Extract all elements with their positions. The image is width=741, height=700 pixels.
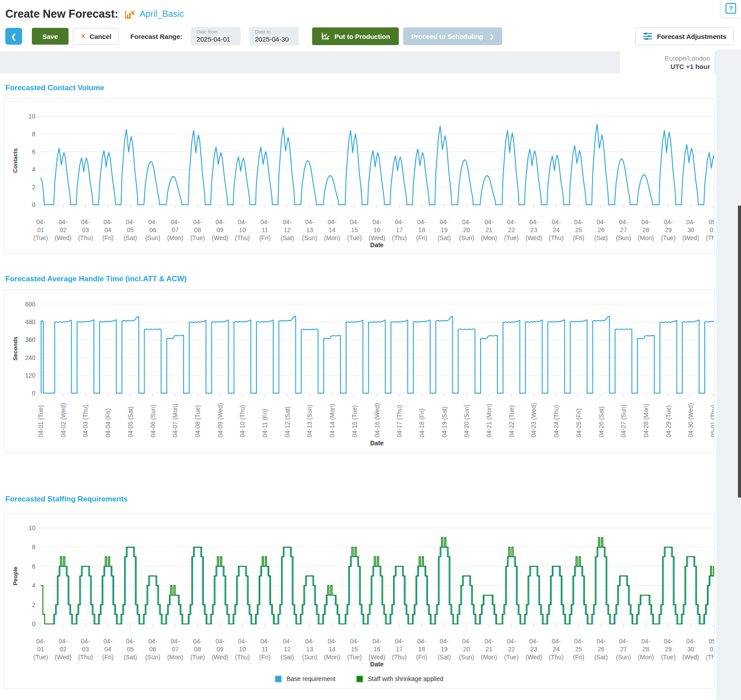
svg-text:15: 15 xyxy=(351,646,358,653)
svg-text:04-: 04- xyxy=(193,218,202,226)
svg-text:04-22 (Tue): 04-22 (Tue) xyxy=(508,405,515,437)
svg-text:04-16 (Wed): 04-16 (Wed) xyxy=(374,403,381,437)
save-button[interactable]: Save xyxy=(32,28,69,45)
svg-text:08: 08 xyxy=(194,646,201,653)
svg-text:16: 16 xyxy=(374,226,381,233)
svg-text:People: People xyxy=(12,566,19,585)
svg-text:18: 18 xyxy=(418,646,425,653)
section-handle-time: Forecasted Average Handle Time (incl.ATT… xyxy=(0,273,741,453)
svg-text:(Wed): (Wed) xyxy=(369,654,386,661)
section-staffing: Forecasted Staffing Requirements 0246810… xyxy=(0,493,741,689)
svg-text:04-: 04- xyxy=(552,638,561,645)
svg-text:(Wed): (Wed) xyxy=(212,654,229,661)
svg-text:04-20 (Sun): 04-20 (Sun) xyxy=(463,405,470,437)
forecast-adjustments-button[interactable]: Forecast Adjustments xyxy=(635,27,734,45)
svg-text:(Tue): (Tue) xyxy=(34,654,48,661)
svg-text:30: 30 xyxy=(688,646,695,653)
svg-text:04-: 04- xyxy=(81,218,90,226)
cancel-label: Cancel xyxy=(90,33,111,40)
svg-text:(Thu): (Thu) xyxy=(549,234,563,241)
svg-text:8: 8 xyxy=(32,543,35,551)
svg-text:29: 29 xyxy=(665,646,672,653)
svg-text:Contacts: Contacts xyxy=(12,148,19,173)
svg-text:04-: 04- xyxy=(350,218,359,226)
svg-text:04-26 (Sat): 04-26 (Sat) xyxy=(598,406,605,437)
svg-text:12: 12 xyxy=(284,226,291,233)
timezone-bar: Europe/London UTC +1 hour xyxy=(0,51,741,73)
svg-text:(Tue): (Tue) xyxy=(661,654,676,661)
svg-text:05: 05 xyxy=(127,646,134,653)
help-button[interactable]: ? xyxy=(720,0,741,18)
svg-text:02: 02 xyxy=(60,226,67,233)
svg-text:(Sat): (Sat) xyxy=(594,654,607,661)
svg-text:04-: 04- xyxy=(664,638,673,645)
svg-text:28: 28 xyxy=(642,646,649,653)
date-to-field[interactable]: Date to 2025-04-30 xyxy=(249,27,299,46)
svg-text:(Wed): (Wed) xyxy=(525,234,542,241)
legend-swatch-shrinkage xyxy=(356,675,363,683)
svg-text:600: 600 xyxy=(25,301,36,308)
aht-series xyxy=(41,316,714,393)
svg-text:06: 06 xyxy=(149,646,157,653)
svg-text:04-: 04- xyxy=(596,638,606,645)
svg-text:10: 10 xyxy=(28,524,35,532)
svg-text:(Sun): (Sun) xyxy=(302,654,317,661)
svg-text:04-09 (Wed): 04-09 (Wed) xyxy=(217,403,224,437)
legend-label-shrinkage: Staff with shrinkage applied xyxy=(368,675,443,682)
svg-text:(Mon): (Mon) xyxy=(638,654,654,661)
svg-text:(Fri): (Fri) xyxy=(259,234,271,241)
forecast-name[interactable]: April_Basic xyxy=(140,9,184,19)
shrinkage-series xyxy=(41,538,714,624)
svg-text:(Thu): (Thu) xyxy=(235,654,250,661)
svg-text:04-01 (Tue): 04-01 (Tue) xyxy=(37,405,44,437)
svg-text:(Sat): (Sat) xyxy=(124,654,137,661)
back-button[interactable]: ❮ xyxy=(5,28,22,45)
svg-text:(Wed): (Wed) xyxy=(369,234,386,241)
svg-text:04-: 04- xyxy=(36,218,46,226)
svg-text:29: 29 xyxy=(665,226,672,233)
svg-text:(Mon): (Mon) xyxy=(167,654,183,661)
svg-text:04-: 04- xyxy=(59,218,68,226)
svg-text:04-: 04- xyxy=(417,218,427,226)
scrollbar-thumb[interactable] xyxy=(738,206,741,497)
svg-text:04-07 (Mon): 04-07 (Mon) xyxy=(172,404,179,437)
svg-text:Date: Date xyxy=(370,241,384,249)
svg-text:(Thu): (Thu) xyxy=(392,234,406,241)
svg-text:04-27 (Sun): 04-27 (Sun) xyxy=(620,405,627,437)
svg-text:04-: 04- xyxy=(485,218,494,226)
svg-text:04-11 (Fri): 04-11 (Fri) xyxy=(261,409,268,437)
svg-text:(Sat): (Sat) xyxy=(281,654,294,661)
svg-text:04-: 04- xyxy=(148,218,157,226)
svg-text:28: 28 xyxy=(642,226,649,233)
svg-text:05: 05 xyxy=(127,226,134,233)
forecast-range-label: Forecast Range: xyxy=(130,33,183,40)
proceed-to-scheduling-button[interactable]: Proceed to Scheduling ❯ xyxy=(403,27,502,45)
svg-text:04-: 04- xyxy=(126,638,135,645)
svg-text:05-: 05- xyxy=(709,638,714,645)
cancel-button[interactable]: ✕ Cancel xyxy=(73,28,119,45)
svg-text:04-: 04- xyxy=(260,218,270,226)
svg-text:21: 21 xyxy=(485,646,493,653)
svg-text:04-: 04- xyxy=(596,218,606,226)
svg-text:04-25 (Fri): 04-25 (Fri) xyxy=(575,409,582,437)
section-contact-volume: Forecasted Contact Volume 024681004-01(T… xyxy=(0,82,741,254)
svg-text:(Tue): (Tue) xyxy=(34,234,48,241)
svg-text:11: 11 xyxy=(262,646,268,653)
svg-text:(Tue): (Tue) xyxy=(347,654,362,661)
svg-text:6: 6 xyxy=(32,563,35,570)
svg-text:04-: 04- xyxy=(372,218,382,226)
svg-text:10: 10 xyxy=(28,113,35,120)
svg-text:(Sun): (Sun) xyxy=(145,654,160,661)
handle-time-card: 012024036048060004-01 (Tue)04-02 (Wed)04… xyxy=(4,289,714,453)
svg-text:04-: 04- xyxy=(215,638,225,645)
svg-text:26: 26 xyxy=(598,646,605,653)
right-gutter xyxy=(716,50,741,700)
put-to-production-button[interactable]: Put to Production xyxy=(312,27,399,45)
timezone-panel: Europe/London UTC +1 hour xyxy=(620,51,714,73)
svg-text:8: 8 xyxy=(32,130,35,138)
svg-text:14: 14 xyxy=(328,226,336,233)
sliders-icon xyxy=(643,32,653,40)
svg-text:04-21 (Mon): 04-21 (Mon) xyxy=(485,404,493,437)
svg-text:(Mon): (Mon) xyxy=(481,234,497,241)
date-from-field[interactable]: Date from 2025-04-01 xyxy=(191,27,241,46)
